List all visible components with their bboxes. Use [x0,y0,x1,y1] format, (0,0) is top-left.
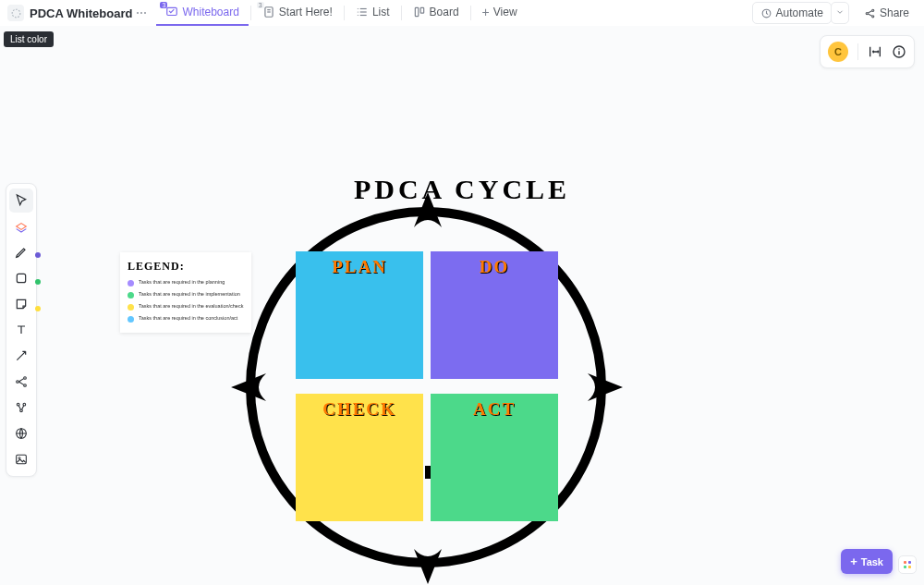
legend-item: Tasks that are required in the conclusio… [128,315,244,323]
tab-divider [344,6,345,20]
whiteboard-canvas[interactable]: C PDCA CYCLE PLAN DO CHECK ACT [0,26,924,585]
svg-line-18 [868,14,871,16]
space-menu-icon[interactable]: ⋯ [136,6,147,19]
legend-color-dot [128,316,134,323]
tool-web-icon[interactable] [9,421,33,445]
svg-point-14 [866,12,868,14]
tool-ai-icon[interactable] [9,396,33,420]
svg-point-16 [872,15,874,17]
tab-start-here[interactable]: 3 Start Here! [253,0,342,26]
tool-shapes-stack-icon[interactable] [9,214,33,238]
new-task-button[interactable]: + Task [841,549,893,574]
tool-relations-icon[interactable] [9,370,33,394]
legend-color-dot [128,280,134,286]
svg-rect-24 [17,274,25,282]
cycle-body[interactable]: PLAN DO CHECK ACT [238,200,614,575]
share-button[interactable]: Share [857,3,917,23]
quadrant-act[interactable]: ACT [431,394,558,521]
tab-label: View [493,6,517,18]
svg-rect-32 [17,455,27,463]
plus-icon: + [850,555,857,568]
automate-dropdown-icon[interactable] [831,2,849,24]
apps-grid-icon[interactable] [898,555,917,574]
svg-point-26 [24,377,27,380]
legend-text: Tasks that are required in the implement… [139,291,240,298]
svg-point-9 [358,11,359,12]
svg-point-29 [23,403,26,406]
automate-label: Automate [776,6,823,19]
tab-label: Board [430,6,459,18]
tab-label: List [372,6,390,18]
cycle-arrow-top-icon [405,190,451,237]
svg-point-25 [17,381,19,384]
tool-connector-icon[interactable] [9,344,33,368]
tab-add-view[interactable]: + View [473,0,527,26]
tab-divider [401,6,402,20]
top-header: PDCA Whiteboard ⋯ 3 Whiteboard 3 Start H… [0,0,924,26]
tool-sticky-icon[interactable] [9,292,33,316]
list-color-tooltip: List color [4,31,54,47]
task-label: Task [861,556,883,567]
svg-point-0 [12,9,20,18]
tool-shape-icon[interactable] [9,266,33,290]
svg-point-10 [358,15,359,16]
svg-rect-12 [420,7,424,13]
share-label: Share [880,6,909,19]
side-toolbar [6,183,37,477]
legend-text: Tasks that are required in the evaluatio… [139,303,243,310]
automate-button[interactable]: Automate [752,2,832,24]
space-logo[interactable] [7,5,24,21]
center-handle[interactable] [425,466,431,479]
svg-rect-11 [415,7,419,16]
cycle-arrow-right-icon [578,364,625,410]
fit-width-icon[interactable] [868,44,882,59]
view-tabs: 3 Whiteboard 3 Start Here! List Board + … [156,0,526,26]
svg-point-28 [17,403,19,406]
legend-color-dot [128,292,134,299]
quadrant-plan[interactable]: PLAN [296,251,423,379]
tool-text-icon[interactable] [9,318,33,342]
tab-whiteboard[interactable]: 3 Whiteboard [156,0,248,26]
legend-card[interactable]: LEGEND: Tasks that are required in the p… [120,252,251,333]
tool-color-dot[interactable] [35,306,41,311]
legend-text: Tasks that are required in the planning [139,279,225,286]
quadrant-do[interactable]: DO [431,251,558,379]
tab-divider [470,6,471,20]
tab-list[interactable]: List [346,0,399,26]
tool-pen-icon[interactable] [9,240,33,264]
legend-heading: LEGEND: [128,260,244,274]
tool-image-icon[interactable] [9,447,33,471]
svg-point-30 [20,409,23,412]
legend-text: Tasks that are required in the conclusio… [139,315,237,322]
info-icon[interactable] [892,44,906,59]
space-title[interactable]: PDCA Whiteboard [30,6,132,20]
svg-point-23 [898,48,899,49]
svg-point-27 [24,384,27,387]
quadrant-check[interactable]: CHECK [296,394,423,521]
act-label: ACT [473,399,516,521]
avatar[interactable]: C [828,42,848,62]
legend-item: Tasks that are required in the implement… [128,291,244,299]
tab-label: Start Here! [279,6,333,18]
plan-label: PLAN [332,257,387,379]
control-divider [857,43,858,60]
tab-board[interactable]: Board [404,0,468,26]
canvas-controls: C [820,35,915,68]
legend-item: Tasks that are required in the planning [128,279,244,286]
tab-divider [250,6,251,20]
svg-point-15 [872,9,874,11]
cycle-arrow-bottom-icon [405,540,451,585]
legend-color-dot [128,304,134,311]
check-label: CHECK [322,399,396,521]
tool-color-dot[interactable] [35,252,41,258]
svg-point-8 [358,8,359,9]
legend-item: Tasks that are required in the evaluatio… [128,303,244,311]
svg-line-17 [868,10,871,12]
tool-color-dot[interactable] [35,279,41,285]
do-label: DO [480,257,510,379]
tab-label: Whiteboard [182,6,238,18]
cycle-arrow-left-icon [229,364,275,410]
